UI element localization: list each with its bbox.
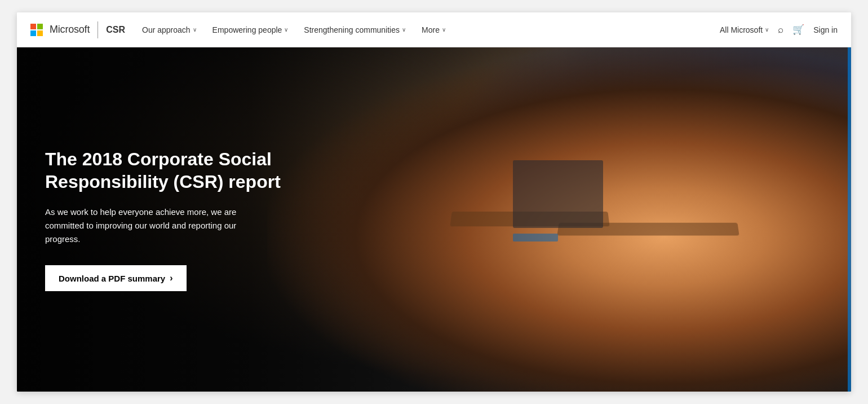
chevron-icon-empowering-people: ∨ — [284, 27, 288, 33]
page-wrapper: Microsoft CSR Our approach ∨ Empowering … — [17, 12, 851, 392]
header: Microsoft CSR Our approach ∨ Empowering … — [17, 12, 851, 47]
nav-label-our-approach: Our approach — [142, 25, 191, 34]
hero-blue-accent — [513, 234, 558, 241]
nav-item-our-approach[interactable]: Our approach ∨ — [135, 21, 203, 39]
sign-in-button[interactable]: Sign in — [813, 25, 838, 34]
nav-label-strengthening-communities: Strengthening communities — [304, 25, 400, 34]
cart-icon[interactable]: 🛒 — [792, 24, 804, 36]
hero-section: The 2018 Corporate Social Responsibility… — [17, 47, 851, 392]
download-pdf-label: Download a PDF summary — [59, 274, 165, 283]
chevron-icon-all-microsoft: ∨ — [765, 27, 769, 33]
all-microsoft-button[interactable]: All Microsoft ∨ — [720, 25, 769, 34]
microsoft-logo-text: Microsoft — [50, 24, 90, 36]
nav-item-strengthening-communities[interactable]: Strengthening communities ∨ — [297, 21, 413, 39]
logo-area: Microsoft — [30, 24, 90, 36]
hero-content: The 2018 Corporate Social Responsibility… — [45, 148, 293, 291]
nav-right: All Microsoft ∨ ⌕ 🛒 Sign in — [720, 24, 838, 36]
nav-label-more: More — [422, 25, 440, 34]
chevron-icon-our-approach: ∨ — [193, 27, 197, 33]
hero-subtitle: As we work to help everyone achieve more… — [45, 205, 271, 246]
hero-laptop — [513, 160, 603, 228]
all-microsoft-label: All Microsoft — [720, 25, 763, 34]
csr-label: CSR — [106, 25, 125, 35]
hero-top-accent — [848, 47, 851, 392]
header-divider — [98, 21, 98, 38]
chevron-icon-more: ∨ — [442, 27, 446, 33]
chevron-icon-strengthening-communities: ∨ — [402, 27, 406, 33]
nav-item-empowering-people[interactable]: Empowering people ∨ — [206, 21, 295, 39]
microsoft-logo-icon — [30, 24, 43, 36]
hero-title: The 2018 Corporate Social Responsibility… — [45, 148, 293, 193]
search-icon[interactable]: ⌕ — [778, 24, 783, 36]
nav-label-empowering-people: Empowering people — [212, 25, 282, 34]
download-arrow-icon: › — [170, 273, 172, 283]
nav-item-more[interactable]: More ∨ — [415, 21, 453, 39]
main-nav: Our approach ∨ Empowering people ∨ Stren… — [135, 21, 720, 39]
download-pdf-button[interactable]: Download a PDF summary › — [45, 265, 187, 291]
